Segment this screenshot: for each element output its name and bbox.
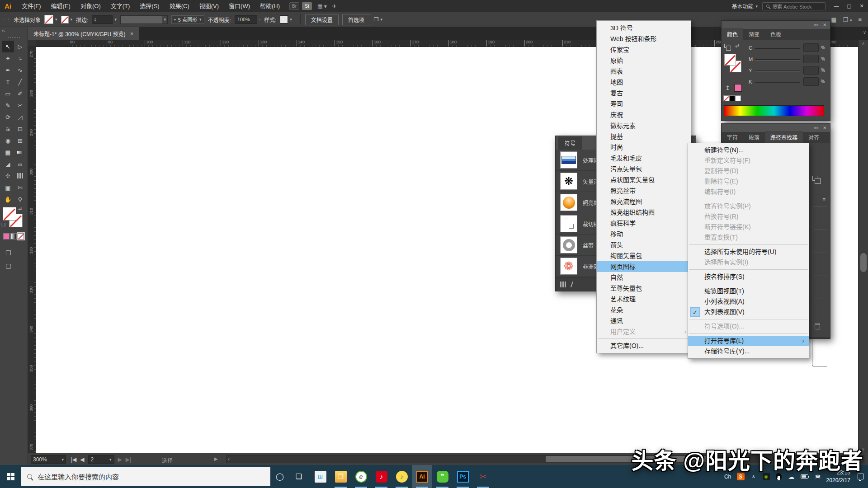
collapse-panel-icon[interactable]: «« (814, 23, 818, 27)
menu-item[interactable]: 原始 › (597, 55, 691, 66)
menu-item[interactable]: ✓ 复制符号(D) › (688, 166, 809, 176)
menu-item[interactable]: 移动 › (597, 229, 691, 239)
menu-item[interactable]: 对象(O) (75, 0, 106, 12)
next-artboard-button[interactable]: ▶ (118, 456, 122, 463)
menu-item[interactable]: 窗口(W) (224, 0, 255, 12)
channel-slider[interactable] (755, 82, 800, 83)
channel-slider[interactable] (755, 48, 800, 49)
panel-menu-icon[interactable]: ≡ (858, 16, 862, 23)
width-tool[interactable]: ≋ (2, 123, 14, 135)
menu-item[interactable]: 图表 › (597, 66, 691, 77)
stock-button[interactable]: St (302, 2, 312, 10)
bridge-button[interactable]: Br (289, 2, 299, 10)
zoom-tool[interactable]: ⚲ (14, 193, 26, 205)
menu-item[interactable]: 文件(F) (17, 0, 46, 12)
task-view-button[interactable]: ❏ (289, 465, 308, 488)
panel-tab[interactable]: 色板 (765, 28, 787, 40)
symbols-panel-tab[interactable]: 符号 (558, 136, 582, 150)
shape-builder-tool[interactable]: ◉ (2, 135, 14, 146)
collapse-tools-icon[interactable]: ‹‹ (2, 28, 5, 33)
menu-item[interactable]: ✓ 按名称排序(S) › (688, 272, 809, 282)
free-transform-tool[interactable]: ⊡ (14, 123, 26, 135)
graphic-style-dropdown[interactable]: ▾ (280, 15, 292, 23)
channel-value-input[interactable] (803, 43, 819, 52)
arrange-grid-icon[interactable]: ▦ (831, 16, 836, 23)
close-document-icon[interactable]: ✕ (130, 31, 134, 36)
menu-item[interactable]: 编辑(E) (46, 0, 75, 12)
workspace-switcher[interactable]: 基本功能▾ (731, 2, 758, 10)
document-tab[interactable]: 未标题-1* @ 300% (CMYK/GPU 预览) ✕ (28, 27, 139, 40)
ruler-origin-corner[interactable] (28, 40, 36, 47)
menu-item[interactable]: 帮助(H) (255, 0, 285, 12)
close-panel-icon[interactable]: ✕ (823, 126, 826, 130)
menu-item[interactable]: ✓ 新建符号(N)... › (688, 145, 809, 155)
stroke-color-swatch[interactable]: ▾ (61, 16, 73, 23)
screen-mode-icon[interactable]: ▢ (5, 262, 11, 269)
window-close-button[interactable]: ✕ (855, 3, 868, 9)
panel-tab[interactable]: 渐变 (743, 28, 765, 40)
close-panel-icon[interactable]: ✕ (823, 23, 826, 27)
prev-artboard-button[interactable]: ◀ (80, 456, 84, 463)
taskbar-app-wechat[interactable]: ❞ (432, 465, 453, 488)
graph-tool[interactable] (14, 170, 26, 182)
scroll-up-icon[interactable]: ∧ (859, 41, 868, 46)
none-swatch[interactable] (723, 95, 729, 101)
document-setup-button[interactable]: 文档设置 (305, 14, 339, 25)
vertical-scrollbar[interactable]: ∧ ∨ (858, 40, 868, 453)
menu-item[interactable]: 文字(T) (106, 0, 135, 12)
fill-none-swatch[interactable] (724, 54, 736, 66)
menu-item[interactable]: 寿司 › (597, 99, 691, 109)
channel-slider[interactable] (755, 59, 800, 61)
menu-item[interactable]: 花朵 › (597, 305, 691, 315)
paintbrush-tool[interactable]: ✐ (14, 88, 26, 99)
perspective-grid-tool[interactable]: ⊞ (14, 135, 26, 146)
channel-value-input[interactable] (803, 77, 819, 86)
arrange-documents-icon[interactable]: ▦ ▾ (317, 3, 327, 9)
menu-item[interactable]: 其它库(O)... › (597, 340, 691, 351)
collapse-panel-icon[interactable]: «« (814, 126, 818, 130)
zoom-level-dropdown[interactable]: 300%▾ (31, 455, 66, 464)
scissors-tool[interactable]: ✂ (14, 99, 26, 111)
scale-tool[interactable]: ◿ (14, 111, 26, 123)
color-spectrum-bar[interactable] (724, 105, 824, 116)
blend-tool[interactable]: ∞ (14, 158, 26, 170)
menu-item[interactable]: ✓ 选择所有实例(I) › (688, 257, 809, 267)
fill-swatch-icon[interactable] (3, 207, 16, 221)
menu-item[interactable]: ✓ 编辑符号(I) › (688, 187, 809, 197)
menu-item[interactable]: ✓ 缩览图视图(T) › (688, 286, 809, 296)
type-tool[interactable]: T (2, 76, 14, 88)
channel-value-input[interactable] (803, 66, 819, 75)
magic-wand-tool[interactable]: ✦ (2, 52, 14, 64)
menu-item[interactable]: Web 按钮和条形 › (597, 33, 691, 44)
menu-item[interactable]: 至尊矢量包 › (597, 283, 691, 294)
menu-item[interactable]: ✓ 小列表视图(A) › (688, 296, 809, 307)
menu-item[interactable]: 传家宝 › (597, 44, 691, 55)
menu-item[interactable]: ✓ 删除符号(E) › (688, 176, 809, 187)
artboard-number-dropdown[interactable]: 2▾ (88, 455, 114, 464)
menu-item[interactable]: 徽标元素 › (597, 120, 691, 131)
menu-item[interactable]: ✓ 打开符号库(L) › (688, 336, 809, 346)
panel-tab[interactable]: 对齐 (803, 131, 825, 143)
menu-item[interactable]: ✓ 重新定义符号(F) › (688, 155, 809, 166)
opacity-input[interactable]: 100% (235, 15, 257, 24)
first-artboard-button[interactable]: |◀ (71, 456, 76, 463)
stroke-weight-stepper[interactable]: ▴▾ (92, 15, 113, 24)
rotate-tool[interactable]: ⟳ (2, 111, 14, 123)
menu-item[interactable]: 艺术纹理 › (597, 294, 691, 305)
panel-tab[interactable]: 段落 (743, 131, 765, 143)
preferences-button[interactable]: 首选项 (342, 14, 370, 25)
taskbar-app-netease-music[interactable]: ♪ (371, 465, 392, 488)
menu-item[interactable]: 点状图案矢量包 › (597, 174, 691, 185)
curvature-tool[interactable]: ∿ (14, 64, 26, 76)
taskbar-search-input[interactable]: 在这里输入你要搜索的内容 (21, 467, 270, 486)
window-maximize-button[interactable]: ▢ (843, 3, 855, 9)
panel-tab[interactable]: 路径查找器 (765, 131, 803, 143)
last-artboard-button[interactable]: ▶| (126, 456, 131, 463)
slice-tool[interactable]: ✄ (14, 182, 26, 193)
delete-icon[interactable] (815, 324, 820, 329)
align-options-icon[interactable]: ❐▾ (374, 16, 382, 23)
direct-selection-tool[interactable]: ▷ (14, 41, 26, 52)
symbol-sprayer-tool[interactable]: ✢ (2, 170, 14, 182)
menu-item[interactable]: ✓ 存储符号库(Y)... › (688, 346, 809, 357)
fill-color-swatch[interactable]: ▾ (44, 15, 57, 24)
